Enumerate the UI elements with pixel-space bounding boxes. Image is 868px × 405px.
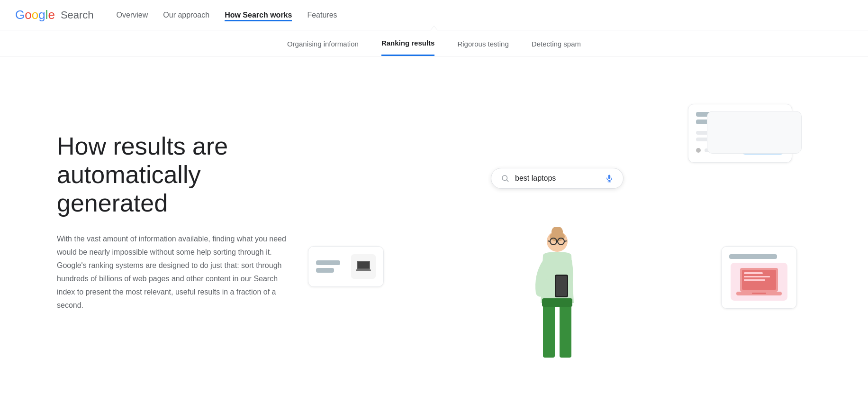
- nav-link-how-search-works[interactable]: How Search works: [225, 9, 292, 21]
- nav-item-overview[interactable]: Overview: [117, 11, 148, 19]
- logo-g: G: [15, 8, 25, 22]
- logo-product-name: Search: [61, 9, 94, 21]
- laptop-image-left: [351, 254, 376, 279]
- card-line-left-1: [316, 260, 340, 265]
- svg-rect-31: [542, 298, 572, 307]
- person-illustration: [529, 227, 586, 360]
- search-query-text: best laptops: [515, 174, 599, 183]
- svg-line-25: [548, 241, 550, 241]
- svg-rect-30: [560, 301, 571, 358]
- logo-g2: g: [38, 8, 45, 22]
- svg-point-21: [550, 232, 565, 241]
- svg-rect-18: [752, 293, 766, 294]
- nav-item-how-search-works[interactable]: How Search works: [225, 11, 292, 19]
- google-logo: Google: [15, 8, 55, 22]
- card-lines-left: [316, 260, 346, 273]
- person-svg: [529, 227, 586, 360]
- card-line-right-1: [729, 254, 777, 259]
- page-description: With the vast amount of information avai…: [57, 232, 294, 312]
- subnav-link-spam[interactable]: Detecting spam: [532, 40, 581, 55]
- microphone-icon: [605, 174, 614, 183]
- nav-link-our-approach[interactable]: Our approach: [163, 9, 209, 21]
- bg-card-top: [707, 111, 802, 154]
- card-line-left-2: [316, 268, 334, 273]
- nav-triangle-indicator: [430, 26, 438, 30]
- card-dot: [696, 148, 701, 153]
- laptop-svg-left: [355, 258, 372, 275]
- svg-rect-11: [356, 269, 371, 271]
- svg-rect-28: [556, 276, 567, 296]
- nav-item-our-approach[interactable]: Our approach: [163, 11, 209, 19]
- result-card-left: [308, 246, 384, 287]
- svg-rect-10: [358, 262, 369, 268]
- nav-link-overview[interactable]: Overview: [117, 9, 148, 21]
- logo-o1: o: [25, 8, 31, 22]
- svg-line-26: [564, 241, 567, 241]
- svg-rect-29: [543, 301, 555, 358]
- svg-rect-6: [608, 175, 611, 179]
- main-content: How results are automatically generated …: [0, 56, 868, 388]
- page-title: How results are automatically generated: [57, 132, 284, 217]
- top-nav-list: Overview Our approach How Search works F…: [117, 11, 337, 19]
- logo-o2: o: [32, 8, 38, 22]
- laptop-image-right: [731, 263, 787, 301]
- nav-link-features[interactable]: Features: [307, 9, 337, 21]
- sub-navigation: Organising information Ranking results R…: [0, 30, 868, 56]
- card-lines-right-top: [729, 254, 789, 259]
- svg-rect-14: [744, 272, 763, 274]
- subnav-link-organising[interactable]: Organising information: [287, 40, 359, 55]
- result-card-right: [721, 246, 797, 309]
- search-icon-illustration: [501, 174, 509, 183]
- logo-area[interactable]: Google Search: [15, 8, 94, 22]
- search-bar-illustration: best laptops: [491, 168, 624, 189]
- hero-text-section: How results are automatically generated …: [57, 94, 303, 360]
- illustration-section: best laptops: [303, 94, 811, 360]
- logo-e: e: [48, 8, 54, 22]
- nav-item-features[interactable]: Features: [307, 11, 337, 19]
- svg-line-5: [506, 180, 508, 181]
- svg-rect-16: [744, 279, 765, 281]
- subnav-link-testing[interactable]: Rigorous testing: [457, 40, 508, 55]
- laptop-svg-right: [735, 266, 783, 298]
- svg-rect-15: [744, 276, 770, 277]
- subnav-link-ranking[interactable]: Ranking results: [381, 39, 435, 56]
